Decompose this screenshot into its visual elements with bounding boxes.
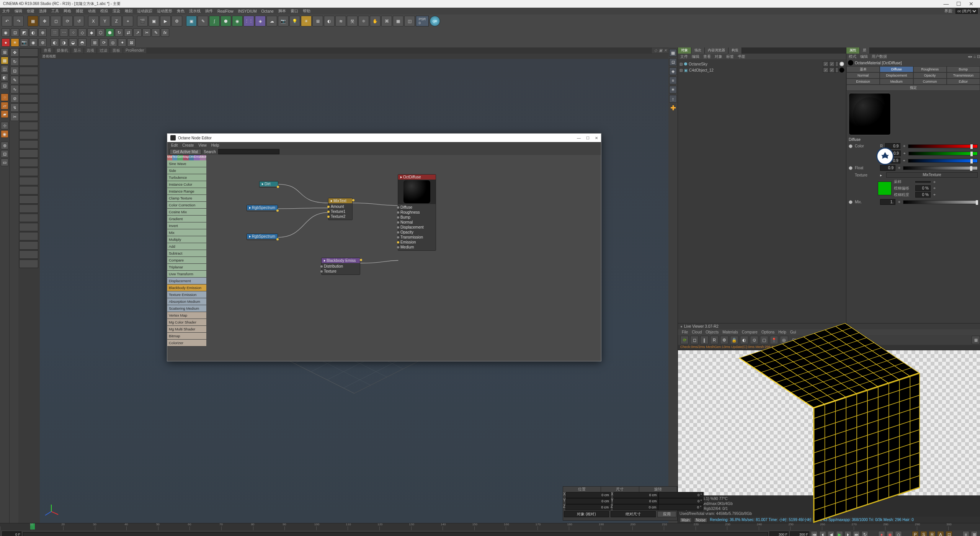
mix-input[interactable]: 1.	[880, 199, 895, 205]
tex-row-input[interactable]	[915, 181, 931, 183]
octane-sun-icon[interactable]: ☀	[301, 16, 312, 26]
step-back-icon[interactable]: ⏴	[819, 531, 826, 536]
t2-6-icon[interactable]: ∷	[51, 28, 59, 37]
live-menu-item[interactable]: Compare	[742, 330, 758, 334]
tex-row-input[interactable]: 0 %	[915, 192, 931, 198]
end-frame-input[interactable]	[769, 531, 789, 536]
port-in[interactable]: Texture1	[328, 209, 352, 214]
float-slider[interactable]	[903, 166, 978, 170]
pal-btn[interactable]	[19, 149, 38, 158]
tab-attrs[interactable]: 属性	[846, 47, 860, 54]
live-footer-tab[interactable]: Noise	[694, 518, 708, 523]
lt2-5-icon[interactable]: ∿	[10, 85, 19, 93]
pal-btn[interactable]	[19, 260, 38, 268]
record-icon[interactable]: ●	[878, 531, 885, 536]
menu-item[interactable]: 插件	[205, 8, 213, 14]
t2-5-icon[interactable]: ⊕	[38, 28, 47, 37]
port-in[interactable]: Texture2	[328, 214, 352, 219]
object-row[interactable]: ⊟▣ C4dObject_12 ✓✓	[679, 67, 844, 73]
object-row[interactable]: ⊟ OctaneSky ✓✓	[679, 61, 844, 67]
ne-minimize-button[interactable]: —	[577, 136, 581, 140]
coord-pos-input[interactable]	[566, 498, 611, 504]
hair-icon[interactable]: ≋	[335, 16, 346, 26]
t3-5-icon[interactable]: ⊚	[38, 38, 47, 47]
node-list-item[interactable]: Vertex Map	[167, 312, 206, 319]
t2-17-icon[interactable]: ✎	[152, 28, 160, 37]
coord-rot-input[interactable]	[658, 492, 704, 498]
port-in[interactable]: Bump	[398, 215, 436, 220]
maximize-button[interactable]: ☐	[953, 1, 964, 7]
lock-y-icon[interactable]: Y	[100, 16, 110, 26]
search-input[interactable]	[218, 149, 279, 154]
pal-btn[interactable]	[19, 113, 38, 121]
port-out[interactable]	[247, 210, 278, 211]
misc1-icon[interactable]: ▦	[393, 16, 403, 26]
t2-2-icon[interactable]: ⊡	[11, 28, 19, 37]
node-list-item[interactable]: Subtract	[167, 250, 206, 257]
obj-menu-item[interactable]: 书签	[738, 54, 745, 59]
goto-end-icon[interactable]: ⏭	[853, 531, 860, 536]
undo-icon[interactable]: ↶	[2, 16, 12, 26]
lt2-4-icon[interactable]: ✎	[10, 76, 19, 84]
menu-item[interactable]: 帮助	[303, 8, 310, 14]
attr-cat-tab[interactable]: Bump	[947, 66, 980, 72]
t2-9-icon[interactable]: ◇	[78, 28, 87, 37]
loop-icon[interactable]: ↻	[861, 531, 868, 536]
tag-mat-icon[interactable]	[839, 67, 844, 73]
viewport-tab[interactable]: 选项	[84, 48, 96, 53]
tag-vis-icon[interactable]: ✓	[823, 67, 828, 73]
attr-cat-tab[interactable]: Opacity	[913, 72, 947, 78]
lt-texture-icon[interactable]: ◐	[1, 74, 8, 81]
lt-edges-icon[interactable]: ▱	[1, 102, 8, 109]
node-cat-tab[interactable]: Ems	[194, 155, 200, 160]
key-s-icon[interactable]: S	[920, 531, 927, 536]
t2-1-icon[interactable]: ◉	[2, 28, 10, 37]
t2-10-icon[interactable]: ◆	[87, 28, 96, 37]
pal-btn[interactable]	[19, 232, 38, 240]
coord-rot-input[interactable]	[658, 504, 703, 510]
lt-planar-workplane-icon[interactable]: ▭	[1, 159, 8, 166]
live-pick-icon[interactable]: 📍	[770, 336, 778, 344]
ne-close-button[interactable]: ✕	[595, 136, 598, 140]
vp-side-5-icon[interactable]: ☀	[669, 86, 677, 93]
live-menu-item[interactable]: Gui	[790, 330, 796, 334]
node-cat-tab[interactable]: Map	[183, 155, 189, 160]
pal-btn[interactable]	[19, 223, 38, 231]
menu-item[interactable]: 编辑	[15, 8, 22, 14]
start-frame-input[interactable]	[2, 531, 21, 536]
menu-item[interactable]: 雕刻	[125, 8, 132, 14]
object-tree[interactable]: ⊟ OctaneSky ✓✓ ⊟▣ C4dObject_12 ✓✓	[678, 59, 846, 323]
play-back-icon[interactable]: ◀	[828, 531, 835, 536]
pal-btn[interactable]	[19, 94, 38, 103]
attr-cat-tab[interactable]: Diffuse	[880, 66, 913, 72]
material-preview[interactable]	[849, 93, 891, 135]
viewport-tab[interactable]: 显示	[71, 48, 83, 53]
node-cat-tab[interactable]: Oth	[189, 155, 194, 160]
camera-icon[interactable]: 📷	[278, 16, 289, 26]
menu-item[interactable]: 动画	[88, 8, 96, 14]
obj-menu-item[interactable]: 标签	[726, 54, 734, 59]
attr-cat-tab[interactable]: 指定	[846, 85, 980, 91]
pal-btn[interactable]	[19, 103, 38, 112]
pal-btn[interactable]	[19, 85, 38, 93]
lt-model-icon[interactable]: ▦	[1, 57, 8, 64]
menu-item[interactable]: 模拟	[100, 8, 108, 14]
live-menu-item[interactable]: Cloud	[692, 330, 702, 334]
ne-menu-item[interactable]: Edit	[171, 143, 178, 147]
vp-side-plus-icon[interactable]: ✚	[669, 104, 677, 112]
node-list-item[interactable]: Blackbody Emission	[167, 284, 206, 291]
node-list-item[interactable]: Bitmap	[167, 333, 206, 340]
t2-11-icon[interactable]: ⬡	[96, 28, 105, 37]
t3-13-icon[interactable]: ✦	[118, 38, 126, 47]
pal-btn[interactable]	[19, 168, 38, 176]
lock-z-icon[interactable]: Z	[111, 16, 122, 26]
attr-cat-tab[interactable]: Roughness	[913, 66, 947, 72]
current-frame-input[interactable]	[790, 531, 809, 536]
pal-btn[interactable]	[19, 204, 38, 213]
tl-opt1-icon[interactable]: ≡	[962, 531, 969, 536]
effector-icon[interactable]: ◐	[324, 16, 335, 26]
array-icon[interactable]: ⋮⋮	[243, 16, 254, 26]
coord-pos-input[interactable]	[566, 492, 611, 498]
lt2-1-icon[interactable]: ✥	[10, 48, 19, 57]
obj-tab[interactable]: 内容浏览器	[705, 47, 728, 54]
